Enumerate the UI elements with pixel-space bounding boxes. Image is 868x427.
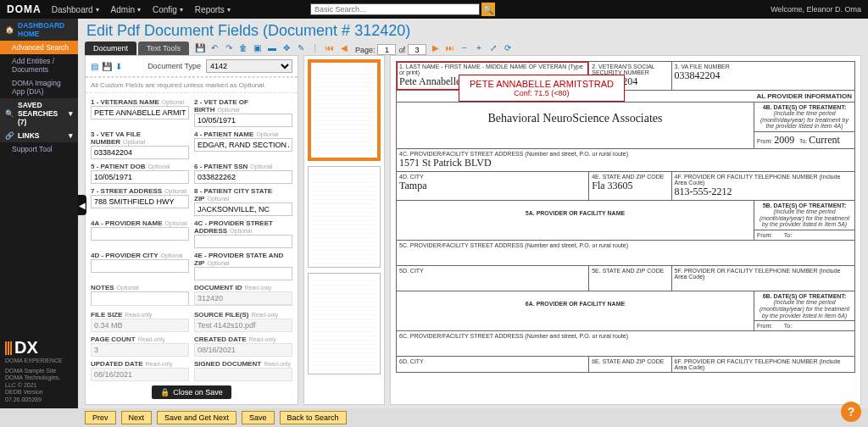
- field-file-size: [91, 319, 189, 332]
- chevron-down-icon: ▾: [69, 131, 73, 140]
- thumbnail-page-3[interactable]: [308, 273, 381, 374]
- chevron-down-icon: ▾: [69, 109, 73, 118]
- field-vet-file[interactable]: [91, 146, 189, 159]
- field-patient-dob[interactable]: [91, 170, 189, 184]
- sidebar-item-support[interactable]: Support Tool: [0, 142, 78, 156]
- sidebar-saved-searches[interactable]: 🔍SAVED SEARCHES (7)▾: [0, 98, 78, 129]
- panel-collapse-icon[interactable]: ▤: [91, 62, 98, 71]
- sidebar-item-advanced-search[interactable]: Advanced Search: [0, 41, 78, 54]
- field-provider-state-zip[interactable]: [194, 267, 292, 280]
- thumbnail-page-1[interactable]: [308, 59, 381, 161]
- page-total: [408, 44, 426, 55]
- field-source-file: [194, 319, 292, 332]
- tab-document[interactable]: Document: [85, 42, 136, 55]
- save-icon[interactable]: 💾: [194, 42, 206, 53]
- chevron-down-icon: ▾: [227, 6, 231, 14]
- save-button[interactable]: Save: [242, 411, 275, 424]
- panel-save-icon[interactable]: 💾: [102, 62, 112, 71]
- page-title: Edit Pdf Document Fields (Document # 312…: [78, 19, 868, 42]
- move-icon[interactable]: ✥: [281, 42, 292, 53]
- field-updated-date: [91, 368, 189, 381]
- search-button[interactable]: 🔍: [481, 3, 495, 16]
- welcome-text: Welcome, Eleanor D. Oma: [771, 5, 861, 14]
- brand-block: DX DOMA EXPERIENCE DOMA Sample Site DOMA…: [0, 333, 78, 408]
- field-veterans-name[interactable]: [91, 106, 189, 119]
- field-page-count: [91, 343, 189, 357]
- field-patient-ssn[interactable]: [194, 170, 292, 184]
- back-to-search-button[interactable]: Back to Search: [280, 411, 347, 424]
- zoom-out-icon[interactable]: −: [459, 42, 470, 53]
- top-nav: DOMA Dashboard▾ Admin▾ Config▾ Reports▾ …: [0, 0, 868, 19]
- prev-page-icon[interactable]: ◀: [338, 42, 350, 53]
- sidebar-links[interactable]: 🔗LINKS▾: [0, 129, 78, 142]
- search-icon: 🔍: [5, 109, 14, 118]
- page-navigator: Page: of: [355, 44, 426, 55]
- close-on-save-button[interactable]: 🔒Close on Save: [152, 385, 231, 399]
- save-get-next-button[interactable]: Save and Get Next: [157, 411, 236, 424]
- home-icon: 🏠: [5, 25, 14, 34]
- fields-panel: ▤ 💾 ⬇ Document Type 4142 All Custom Fiel…: [85, 55, 298, 405]
- field-notes[interactable]: [91, 291, 189, 305]
- doc-type-label: Document Type: [147, 62, 201, 70]
- redact-icon[interactable]: ▬: [266, 42, 278, 53]
- chevron-down-icon: ▾: [180, 6, 183, 14]
- field-created-date: [194, 343, 292, 357]
- sidebar-home[interactable]: 🏠DASHBOARD HOME: [0, 19, 78, 41]
- sidebar-item-add-entities[interactable]: Add Entities / Documents: [0, 54, 78, 76]
- field-provider-city[interactable]: [91, 259, 189, 273]
- document-viewer[interactable]: 1. LAST NAME - FIRST NAME - MIDDLE NAME …: [390, 55, 861, 405]
- sidebar-item-imaging-app[interactable]: DOMA Imaging App (DIA): [0, 76, 78, 98]
- help-fab[interactable]: ?: [841, 402, 861, 422]
- nav-admin[interactable]: Admin▾: [111, 5, 141, 14]
- main: Edit Pdf Document Fields (Document # 312…: [78, 19, 868, 408]
- panel-download-icon[interactable]: ⬇: [115, 62, 122, 71]
- field-provider-name[interactable]: [91, 227, 189, 241]
- zoom-in-icon[interactable]: +: [473, 42, 485, 53]
- field-patient-name[interactable]: [194, 138, 292, 152]
- field-doc-id: [194, 291, 292, 305]
- ocr-confidence-popup: PETE ANNABELLE ARMITSTRAD Conf: 71.5 (<8…: [459, 75, 625, 102]
- tab-text-tools[interactable]: Text Tools: [138, 42, 189, 55]
- sidebar: 🏠DASHBOARD HOME Advanced Search Add Enti…: [0, 19, 78, 408]
- bottom-button-bar: Prev Next Save and Get Next Save Back to…: [0, 408, 868, 427]
- field-street[interactable]: [91, 195, 189, 208]
- fit-icon[interactable]: ⤢: [487, 42, 499, 53]
- field-city-state-zip[interactable]: [194, 202, 292, 216]
- link-icon: 🔗: [5, 131, 14, 140]
- page-label: Page:: [355, 46, 376, 54]
- first-page-icon[interactable]: ⏮: [324, 42, 336, 53]
- next-page-icon[interactable]: ▶: [430, 42, 442, 53]
- chevron-down-icon: ▾: [137, 6, 141, 14]
- fields-note: All Custom Fields are required unless ma…: [86, 77, 298, 93]
- question-icon: ?: [848, 405, 855, 419]
- rotate-left-icon[interactable]: ↶: [209, 42, 220, 53]
- nav-reports[interactable]: Reports▾: [195, 5, 231, 14]
- field-provider-street[interactable]: [194, 235, 292, 248]
- refresh-icon[interactable]: ⟳: [502, 42, 514, 53]
- global-search-input[interactable]: [310, 3, 480, 15]
- delete-icon[interactable]: 🗑: [237, 42, 249, 53]
- doc-type-select[interactable]: 4142: [206, 59, 292, 73]
- lock-icon: 🔒: [160, 388, 170, 396]
- rotate-right-icon[interactable]: ↷: [223, 42, 235, 53]
- last-page-icon[interactable]: ⏭: [444, 42, 456, 53]
- field-vet-dob[interactable]: [194, 114, 292, 127]
- annotate-icon[interactable]: ✎: [295, 42, 307, 53]
- next-button[interactable]: Next: [121, 411, 153, 424]
- viewer-toolbar: 💾 ↶ ↷ 🗑 ▣ ▬ ✥ ✎ | ⏮ ◀: [194, 42, 350, 55]
- page-current-input[interactable]: [377, 44, 396, 55]
- thumbnail-page-2[interactable]: [308, 166, 381, 268]
- nav-dashboard[interactable]: Dashboard▾: [52, 5, 99, 14]
- nav-config[interactable]: Config▾: [153, 5, 183, 14]
- search-icon: 🔍: [483, 5, 493, 14]
- brand-logo: DOMA: [7, 3, 42, 15]
- field-signed-document: [194, 368, 292, 381]
- crop-icon[interactable]: ▣: [252, 42, 264, 53]
- sidebar-collapse-handle[interactable]: ◀: [78, 195, 86, 215]
- thumbnail-strip: [303, 55, 385, 405]
- prev-button[interactable]: Prev: [85, 411, 116, 424]
- chevron-down-icon: ▾: [96, 6, 99, 14]
